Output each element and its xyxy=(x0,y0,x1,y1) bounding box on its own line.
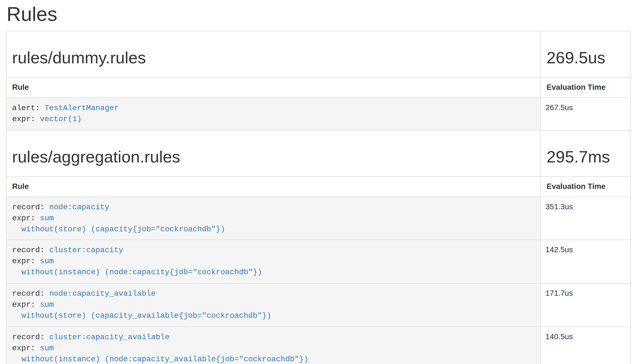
page-title: Rules xyxy=(7,3,631,25)
rule-cell: record: node:capacity expr: sum without(… xyxy=(6,197,541,240)
rule-row: alert: TestAlertManager expr: vector(1) … xyxy=(6,97,631,130)
rule-group-eval-time: 295.7ms xyxy=(547,147,625,165)
rule-expr-link[interactable]: sum without(store) (capacity_available{j… xyxy=(12,300,271,320)
record-name-link[interactable]: cluster:capacity_available xyxy=(49,333,169,342)
record-name-link[interactable]: node:capacity xyxy=(49,202,109,211)
rule-expr-link[interactable]: sum without(instance) (node:capacity_ava… xyxy=(12,344,308,364)
rule-keyword: record: xyxy=(12,289,49,298)
expr-keyword: expr: xyxy=(12,344,40,353)
expr-keyword: expr: xyxy=(12,257,40,266)
rule-row: record: node:capacity expr: sum without(… xyxy=(6,197,631,240)
column-header-row: Rule Evaluation Time xyxy=(6,77,631,97)
rule-group-row: rules/aggregation.rules 295.7ms xyxy=(6,130,631,176)
alert-name-link[interactable]: TestAlertManager xyxy=(45,103,119,112)
rule-group-file: rules/aggregation.rules xyxy=(12,147,535,165)
expr-keyword: expr: xyxy=(12,114,40,123)
rule-group-eval-time: 269.5us xyxy=(547,48,625,66)
rule-eval-time: 351.3us xyxy=(541,197,631,240)
rule-column-header: Rule xyxy=(6,77,541,97)
rule-keyword: alert: xyxy=(12,103,45,112)
rule-row: record: cluster:capacity expr: sum witho… xyxy=(6,240,631,284)
rule-eval-time: 267.5us xyxy=(541,97,631,130)
rule-cell: record: cluster:capacity expr: sum witho… xyxy=(6,240,541,284)
rule-expr-link[interactable]: vector(1) xyxy=(40,114,82,123)
rule-expr-link[interactable]: sum without(store) (capacity{job="cockro… xyxy=(12,213,225,233)
rule-keyword: record: xyxy=(12,333,49,342)
rule-eval-time: 142.5us xyxy=(541,240,631,284)
rule-expr-link[interactable]: sum without(instance) (node:capacity{job… xyxy=(12,257,262,277)
rule-group-row: rules/dummy.rules 269.5us xyxy=(6,31,631,77)
page-container: Rules rules/dummy.rules 269.5us Rule xyxy=(0,3,638,364)
expr-keyword: expr: xyxy=(12,213,40,222)
eval-time-column-header: Evaluation Time xyxy=(541,176,631,197)
rule-cell: record: cluster:capacity_available expr:… xyxy=(6,327,541,364)
rule-group-file-cell: rules/aggregation.rules xyxy=(6,130,541,176)
rule-keyword: record: xyxy=(12,202,49,211)
rule-group-eval-cell: 295.7ms xyxy=(541,130,631,176)
rule-cell: record: node:capacity_available expr: su… xyxy=(6,284,541,327)
rules-table: rules/dummy.rules 269.5us Rule Evaluatio… xyxy=(6,31,631,364)
rule-group-file-cell: rules/dummy.rules xyxy=(6,31,541,77)
rule-keyword: record: xyxy=(12,246,49,255)
eval-time-column-header: Evaluation Time xyxy=(541,77,631,97)
record-name-link[interactable]: node:capacity_available xyxy=(49,289,155,298)
rules-page: Rules rules/dummy.rules 269.5us Rule xyxy=(0,0,638,364)
rule-row: record: node:capacity_available expr: su… xyxy=(6,284,631,327)
record-name-link[interactable]: cluster:capacity xyxy=(49,246,123,255)
rule-eval-time: 140.5us xyxy=(541,327,631,364)
rule-group-file: rules/dummy.rules xyxy=(12,48,535,66)
rule-group-eval-cell: 269.5us xyxy=(541,31,631,77)
column-header-row: Rule Evaluation Time xyxy=(6,176,631,197)
rule-row: record: cluster:capacity_available expr:… xyxy=(6,327,631,364)
rule-cell: alert: TestAlertManager expr: vector(1) xyxy=(6,97,541,130)
rule-eval-time: 171.7us xyxy=(541,284,631,327)
expr-keyword: expr: xyxy=(12,300,40,309)
rule-column-header: Rule xyxy=(6,176,541,197)
